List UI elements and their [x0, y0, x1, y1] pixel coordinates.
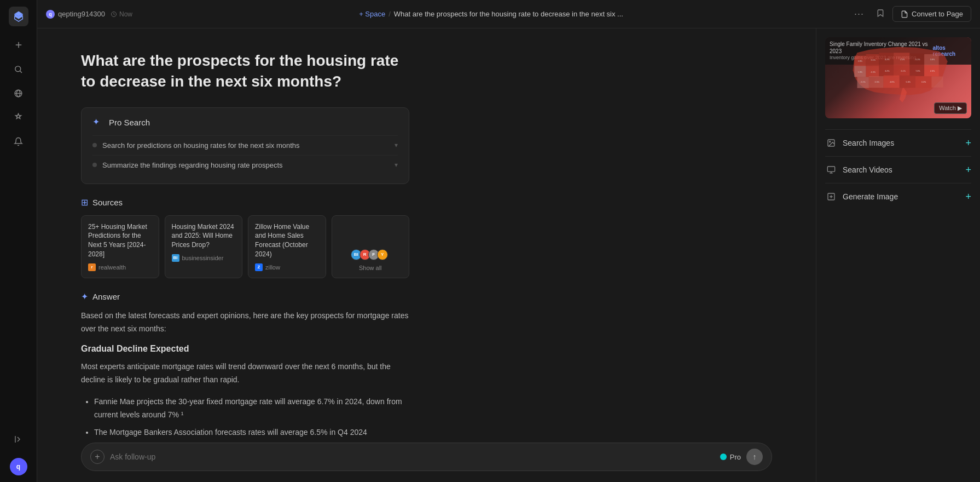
- pro-search-item-2[interactable]: Summarize the findings regarding housing…: [92, 155, 398, 175]
- image-preview: Single Family Inventory Change 2021 vs 2…: [825, 37, 971, 118]
- svg-text:4.2%: 4.2%: [885, 59, 890, 61]
- svg-text:2.5%: 2.5%: [900, 59, 905, 61]
- input-bar: + Pro ↑: [81, 443, 772, 471]
- timestamp-container: Now: [111, 10, 132, 18]
- video-icon: [825, 164, 837, 176]
- breadcrumb: + Space / What are the prospects for the…: [137, 10, 845, 18]
- watch-label: Watch ▶: [939, 105, 962, 112]
- image-icon: [825, 137, 837, 149]
- pro-search-box: ✦ Pro Search Search for predictions on h…: [81, 107, 409, 184]
- sidebar-item-ai[interactable]: [9, 107, 28, 127]
- clock-icon: [111, 11, 117, 18]
- source-card-realwealth-domain: r realwealth: [88, 263, 152, 271]
- pro-label: Pro: [730, 453, 741, 461]
- svg-point-44: [830, 141, 831, 142]
- pro-search-step-2-label: Summarize the findings regarding housing…: [102, 161, 283, 169]
- sidebar-item-spaces[interactable]: [9, 83, 28, 103]
- answer-section: ✦ Answer Based on the latest forecasts a…: [81, 291, 409, 439]
- pro-search-step-1-label: Search for predictions on housing rates …: [102, 141, 300, 150]
- show-all-label: Show all: [359, 265, 382, 271]
- sources-grid: 25+ Housing Market Predictions for the N…: [81, 215, 409, 278]
- pro-search-sparkle-icon: ✦: [92, 117, 105, 129]
- svg-rect-45: [827, 167, 834, 171]
- svg-point-2: [15, 66, 21, 71]
- sources-title: Sources: [92, 198, 123, 207]
- source-card-bi-title: Housing Market 2024 and 2025: Will Home …: [172, 222, 236, 250]
- right-panel: Single Family Inventory Change 2021 vs 2…: [816, 28, 980, 482]
- source-card-realwealth-title: 25+ Housing Market Predictions for the N…: [88, 222, 152, 259]
- sidebar-item-new[interactable]: [9, 35, 28, 55]
- svg-text:7.3%: 7.3%: [915, 70, 920, 72]
- breadcrumb-space[interactable]: + Space: [359, 10, 385, 18]
- sidebar: q: [0, 0, 37, 482]
- extra-avatar-y: Y: [377, 249, 388, 260]
- step-dot-2: [92, 163, 97, 167]
- search-images-plus: +: [965, 137, 971, 149]
- bi-favicon: BI: [172, 254, 179, 262]
- source-card-realwealth[interactable]: 25+ Housing Market Predictions for the N…: [81, 215, 159, 278]
- source-card-businessinsider[interactable]: Housing Market 2024 and 2025: Will Home …: [165, 215, 243, 278]
- svg-text:3.1%: 3.1%: [871, 60, 876, 62]
- svg-text:1.9%: 1.9%: [858, 71, 863, 73]
- input-plus-button[interactable]: +: [90, 450, 105, 464]
- user-dot: q: [46, 10, 55, 19]
- source-card-zillow-title: Zillow Home Value and Home Sales Forecas…: [255, 222, 319, 259]
- main-content: What are the prospects for the housing r…: [37, 28, 816, 482]
- sidebar-item-notifications[interactable]: [9, 131, 28, 151]
- generate-image-icon: [825, 191, 837, 203]
- sources-section: ⊞ Sources 25+ Housing Market Predictions…: [81, 197, 409, 278]
- sidebar-item-search[interactable]: [9, 59, 28, 79]
- map-image: Single Family Inventory Change 2021 vs 2…: [825, 37, 971, 118]
- follow-up-input[interactable]: [110, 452, 715, 461]
- username-label: qepting914300: [58, 10, 105, 18]
- svg-text:2.8%: 2.8%: [858, 61, 863, 63]
- answer-intro: Based on the latest forecasts and expert…: [81, 309, 409, 336]
- svg-text:3.5%: 3.5%: [875, 81, 880, 83]
- convert-to-page-button[interactable]: Convert to Page: [892, 6, 971, 22]
- answer-header: ✦ Answer: [81, 291, 409, 302]
- svg-text:3.3%: 3.3%: [921, 81, 926, 83]
- chevron-down-icon-2: ▾: [395, 161, 398, 169]
- send-icon: ↑: [753, 452, 757, 461]
- answer-bullets: Fannie Mae projects the 30-year fixed mo…: [81, 395, 409, 439]
- svg-line-3: [20, 71, 22, 72]
- pro-dot: [720, 454, 727, 460]
- source-card-zillow-domain: Z zillow: [255, 263, 319, 271]
- send-button[interactable]: ↑: [746, 449, 763, 465]
- user-avatar[interactable]: q: [10, 458, 27, 475]
- generate-image-plus: +: [965, 191, 971, 203]
- app-logo[interactable]: [9, 7, 28, 26]
- page-title: What are the prospects for the housing r…: [81, 50, 409, 92]
- bookmark-button[interactable]: [873, 7, 888, 22]
- answer-subheading: Gradual Decline Expected: [81, 344, 409, 354]
- svg-rect-25: [932, 77, 943, 88]
- pro-search-item-1[interactable]: Search for predictions on housing rates …: [92, 135, 398, 155]
- answer-title: Answer: [92, 292, 120, 301]
- timestamp-label: Now: [119, 10, 132, 18]
- svg-text:5.6%: 5.6%: [906, 81, 911, 83]
- step-dot-1: [92, 143, 97, 147]
- svg-text:2.9%: 2.9%: [930, 70, 935, 72]
- generate-image-label: Generate Image: [843, 192, 898, 201]
- svg-text:6.1%: 6.1%: [901, 70, 906, 72]
- more-options-button[interactable]: ···: [850, 6, 868, 22]
- chevron-down-icon-1: ▾: [395, 141, 398, 149]
- realwealth-favicon: r: [88, 263, 96, 271]
- breadcrumb-current: What are the prospects for the housing r…: [394, 10, 623, 18]
- svg-text:3.8%: 3.8%: [930, 59, 935, 61]
- answer-bullet-1: Fannie Mae projects the 30-year fixed mo…: [94, 395, 409, 422]
- source-card-zillow[interactable]: Zillow Home Value and Home Sales Forecas…: [248, 215, 326, 278]
- watch-button[interactable]: Watch ▶: [934, 102, 967, 114]
- sidebar-collapse-button[interactable]: [9, 429, 28, 449]
- answer-icon: ✦: [81, 291, 88, 302]
- svg-text:5.1%: 5.1%: [915, 59, 920, 61]
- show-all-avatars: BI R F Y: [353, 249, 388, 260]
- search-videos-label: Search Videos: [843, 165, 892, 174]
- pro-search-header: ✦ Pro Search: [92, 117, 398, 129]
- search-images-row[interactable]: Search Images +: [825, 129, 971, 156]
- source-show-all[interactable]: BI R F Y Show all: [332, 215, 410, 278]
- search-videos-row[interactable]: Search Videos +: [825, 156, 971, 183]
- pro-toggle[interactable]: Pro: [720, 453, 741, 461]
- answer-bullet-2: The Mortgage Bankers Association forecas…: [94, 426, 409, 439]
- generate-image-row[interactable]: Generate Image +: [825, 183, 971, 210]
